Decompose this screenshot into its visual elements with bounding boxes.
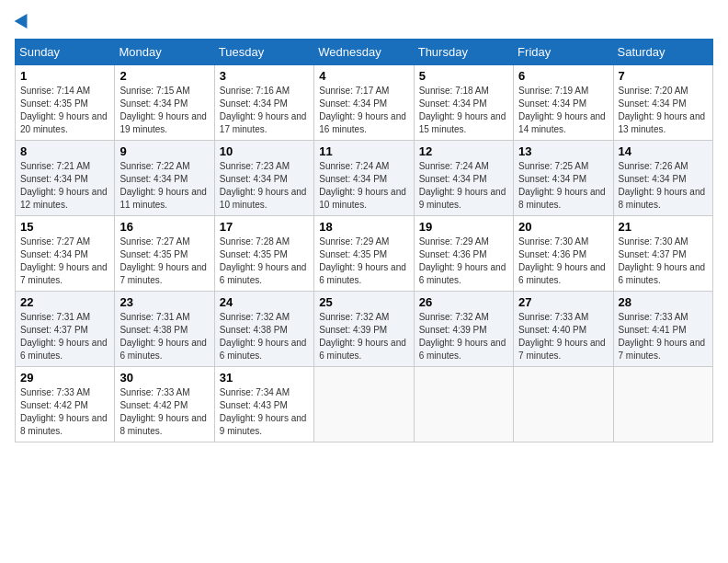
calendar-cell: 28Sunrise: 7:33 AM Sunset: 4:41 PM Dayli… bbox=[613, 292, 712, 367]
day-info: Sunrise: 7:19 AM Sunset: 4:34 PM Dayligh… bbox=[518, 85, 608, 136]
day-info: Sunrise: 7:30 AM Sunset: 4:37 PM Dayligh… bbox=[619, 236, 708, 287]
calendar-cell: 19Sunrise: 7:29 AM Sunset: 4:36 PM Dayli… bbox=[414, 216, 513, 292]
calendar-cell: 20Sunrise: 7:30 AM Sunset: 4:36 PM Dayli… bbox=[514, 216, 613, 292]
weekday-header-tuesday: Tuesday bbox=[214, 40, 313, 65]
day-info: Sunrise: 7:32 AM Sunset: 4:38 PM Dayligh… bbox=[220, 311, 309, 362]
day-info: Sunrise: 7:23 AM Sunset: 4:34 PM Dayligh… bbox=[220, 160, 309, 212]
day-number: 13 bbox=[518, 144, 608, 158]
calendar-cell: 3Sunrise: 7:16 AM Sunset: 4:34 PM Daylig… bbox=[214, 65, 313, 141]
day-number: 25 bbox=[319, 295, 408, 309]
calendar-cell: 11Sunrise: 7:24 AM Sunset: 4:34 PM Dayli… bbox=[314, 141, 414, 216]
day-number: 31 bbox=[220, 371, 309, 385]
day-info: Sunrise: 7:32 AM Sunset: 4:39 PM Dayligh… bbox=[319, 311, 408, 362]
day-number: 29 bbox=[20, 371, 109, 385]
day-number: 12 bbox=[419, 144, 508, 158]
calendar-cell: 25Sunrise: 7:32 AM Sunset: 4:39 PM Dayli… bbox=[314, 292, 414, 367]
weekday-header-monday: Monday bbox=[115, 40, 214, 65]
day-info: Sunrise: 7:21 AM Sunset: 4:34 PM Dayligh… bbox=[20, 160, 109, 212]
calendar-table: SundayMondayTuesdayWednesdayThursdayFrid… bbox=[15, 39, 713, 442]
calendar-cell bbox=[314, 367, 414, 442]
day-info: Sunrise: 7:20 AM Sunset: 4:34 PM Dayligh… bbox=[619, 85, 708, 136]
day-info: Sunrise: 7:27 AM Sunset: 4:34 PM Dayligh… bbox=[20, 236, 109, 287]
weekday-header-wednesday: Wednesday bbox=[314, 40, 414, 65]
day-info: Sunrise: 7:28 AM Sunset: 4:35 PM Dayligh… bbox=[220, 236, 309, 287]
day-number: 1 bbox=[20, 69, 109, 83]
weekday-header-thursday: Thursday bbox=[414, 40, 513, 65]
logo-triangle-icon bbox=[15, 10, 34, 29]
calendar-cell: 30Sunrise: 7:33 AM Sunset: 4:42 PM Dayli… bbox=[115, 367, 214, 442]
day-info: Sunrise: 7:24 AM Sunset: 4:34 PM Dayligh… bbox=[319, 160, 408, 212]
calendar-cell: 13Sunrise: 7:25 AM Sunset: 4:34 PM Dayli… bbox=[514, 141, 613, 216]
calendar-cell: 5Sunrise: 7:18 AM Sunset: 4:34 PM Daylig… bbox=[414, 65, 513, 141]
day-number: 23 bbox=[119, 295, 209, 309]
page-header bbox=[15, 15, 713, 28]
calendar-cell bbox=[613, 367, 712, 442]
calendar-cell: 1Sunrise: 7:14 AM Sunset: 4:35 PM Daylig… bbox=[16, 65, 115, 141]
calendar-cell: 6Sunrise: 7:19 AM Sunset: 4:34 PM Daylig… bbox=[514, 65, 613, 141]
calendar-cell: 26Sunrise: 7:32 AM Sunset: 4:39 PM Dayli… bbox=[414, 292, 513, 367]
calendar-cell: 15Sunrise: 7:27 AM Sunset: 4:34 PM Dayli… bbox=[16, 216, 115, 292]
day-info: Sunrise: 7:32 AM Sunset: 4:39 PM Dayligh… bbox=[419, 311, 508, 362]
day-number: 6 bbox=[518, 69, 608, 83]
day-number: 21 bbox=[619, 220, 708, 234]
day-info: Sunrise: 7:31 AM Sunset: 4:37 PM Dayligh… bbox=[20, 311, 109, 362]
calendar-cell: 21Sunrise: 7:30 AM Sunset: 4:37 PM Dayli… bbox=[613, 216, 712, 292]
calendar-cell: 9Sunrise: 7:22 AM Sunset: 4:34 PM Daylig… bbox=[115, 141, 214, 216]
calendar-cell: 27Sunrise: 7:33 AM Sunset: 4:40 PM Dayli… bbox=[514, 292, 613, 367]
calendar-cell: 4Sunrise: 7:17 AM Sunset: 4:34 PM Daylig… bbox=[314, 65, 414, 141]
weekday-header-friday: Friday bbox=[514, 40, 613, 65]
calendar-cell: 12Sunrise: 7:24 AM Sunset: 4:34 PM Dayli… bbox=[414, 141, 513, 216]
day-info: Sunrise: 7:33 AM Sunset: 4:41 PM Dayligh… bbox=[619, 311, 708, 362]
day-number: 15 bbox=[20, 220, 109, 234]
day-number: 4 bbox=[319, 69, 408, 83]
day-number: 8 bbox=[20, 144, 109, 158]
day-number: 17 bbox=[220, 220, 309, 234]
day-info: Sunrise: 7:26 AM Sunset: 4:34 PM Dayligh… bbox=[619, 160, 708, 212]
day-number: 19 bbox=[419, 220, 508, 234]
day-info: Sunrise: 7:18 AM Sunset: 4:34 PM Dayligh… bbox=[419, 85, 508, 136]
day-number: 11 bbox=[319, 144, 408, 158]
day-info: Sunrise: 7:24 AM Sunset: 4:34 PM Dayligh… bbox=[419, 160, 508, 212]
day-number: 18 bbox=[319, 220, 408, 234]
calendar-cell: 29Sunrise: 7:33 AM Sunset: 4:42 PM Dayli… bbox=[16, 367, 115, 442]
day-number: 3 bbox=[220, 69, 309, 83]
calendar-cell bbox=[514, 367, 613, 442]
calendar-cell: 17Sunrise: 7:28 AM Sunset: 4:35 PM Dayli… bbox=[214, 216, 313, 292]
day-info: Sunrise: 7:31 AM Sunset: 4:38 PM Dayligh… bbox=[119, 311, 209, 362]
day-number: 26 bbox=[419, 295, 508, 309]
logo bbox=[15, 15, 31, 28]
calendar-cell: 31Sunrise: 7:34 AM Sunset: 4:43 PM Dayli… bbox=[214, 367, 313, 442]
day-info: Sunrise: 7:34 AM Sunset: 4:43 PM Dayligh… bbox=[220, 386, 309, 438]
day-info: Sunrise: 7:33 AM Sunset: 4:40 PM Dayligh… bbox=[518, 311, 608, 362]
day-info: Sunrise: 7:27 AM Sunset: 4:35 PM Dayligh… bbox=[119, 236, 209, 287]
calendar-cell: 14Sunrise: 7:26 AM Sunset: 4:34 PM Dayli… bbox=[613, 141, 712, 216]
day-info: Sunrise: 7:16 AM Sunset: 4:34 PM Dayligh… bbox=[220, 85, 309, 136]
calendar-cell: 10Sunrise: 7:23 AM Sunset: 4:34 PM Dayli… bbox=[214, 141, 313, 216]
day-number: 28 bbox=[619, 295, 708, 309]
weekday-header-saturday: Saturday bbox=[613, 40, 712, 65]
calendar-cell: 23Sunrise: 7:31 AM Sunset: 4:38 PM Dayli… bbox=[115, 292, 214, 367]
day-info: Sunrise: 7:33 AM Sunset: 4:42 PM Dayligh… bbox=[20, 386, 109, 438]
day-number: 5 bbox=[419, 69, 508, 83]
day-number: 7 bbox=[619, 69, 708, 83]
calendar-cell: 8Sunrise: 7:21 AM Sunset: 4:34 PM Daylig… bbox=[16, 141, 115, 216]
calendar-cell bbox=[414, 367, 513, 442]
calendar-cell: 2Sunrise: 7:15 AM Sunset: 4:34 PM Daylig… bbox=[115, 65, 214, 141]
calendar-cell: 16Sunrise: 7:27 AM Sunset: 4:35 PM Dayli… bbox=[115, 216, 214, 292]
calendar-cell: 22Sunrise: 7:31 AM Sunset: 4:37 PM Dayli… bbox=[16, 292, 115, 367]
day-info: Sunrise: 7:29 AM Sunset: 4:35 PM Dayligh… bbox=[319, 236, 408, 287]
day-info: Sunrise: 7:29 AM Sunset: 4:36 PM Dayligh… bbox=[419, 236, 508, 287]
day-number: 16 bbox=[119, 220, 209, 234]
day-info: Sunrise: 7:33 AM Sunset: 4:42 PM Dayligh… bbox=[119, 386, 209, 438]
day-info: Sunrise: 7:17 AM Sunset: 4:34 PM Dayligh… bbox=[319, 85, 408, 136]
day-number: 14 bbox=[619, 144, 708, 158]
day-number: 22 bbox=[20, 295, 109, 309]
day-info: Sunrise: 7:30 AM Sunset: 4:36 PM Dayligh… bbox=[518, 236, 608, 287]
day-number: 24 bbox=[220, 295, 309, 309]
day-info: Sunrise: 7:15 AM Sunset: 4:34 PM Dayligh… bbox=[119, 85, 209, 136]
weekday-header-sunday: Sunday bbox=[16, 40, 115, 65]
day-number: 20 bbox=[518, 220, 608, 234]
day-info: Sunrise: 7:22 AM Sunset: 4:34 PM Dayligh… bbox=[119, 160, 209, 212]
calendar-cell: 7Sunrise: 7:20 AM Sunset: 4:34 PM Daylig… bbox=[613, 65, 712, 141]
day-number: 2 bbox=[119, 69, 209, 83]
